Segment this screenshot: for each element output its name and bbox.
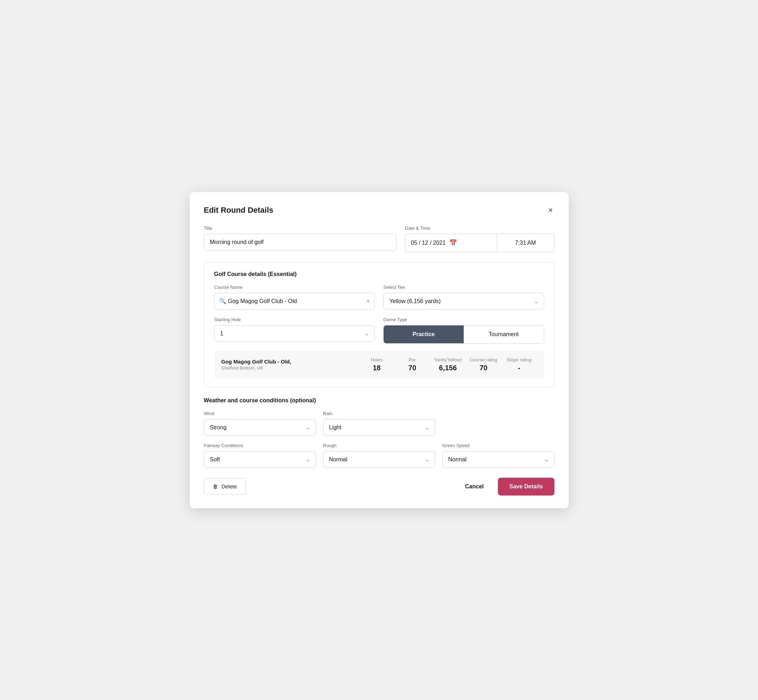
course-info-row: Gog Magog Golf Club - Old, Shelford Bott… (214, 351, 544, 378)
course-name-input-wrap: 🔍 × (214, 293, 375, 310)
hole-gametype-row: Starting Hole 1 2 10 ⌄ Game Type Practic… (214, 317, 544, 344)
datetime-field-group: Date & Time 05 / 12 / 2021 📅 7:31 AM (405, 225, 554, 252)
course-rating-label: Course rating (469, 357, 497, 362)
practice-button[interactable]: Practice (384, 325, 464, 343)
top-row: Title Date & Time 05 / 12 / 2021 📅 7:31 … (204, 225, 554, 252)
game-type-toggle: Practice Tournament (383, 325, 544, 344)
fairway-label: Fairway Conditions (204, 443, 316, 448)
yards-stat: Yards(Yellow) 6,156 (430, 357, 466, 372)
golf-section-title: Golf Course details (Essential) (214, 271, 544, 277)
holes-label: Holes (371, 357, 382, 362)
fairway-field-group: Fairway Conditions Firm Normal Soft Wet … (204, 443, 316, 468)
par-stat: Par 70 (395, 357, 430, 372)
course-rating-stat: Course rating 70 (466, 357, 501, 372)
wind-label: Wind (204, 411, 316, 416)
slope-rating-value: - (518, 364, 520, 372)
time-value: 7:31 AM (515, 240, 536, 246)
footer-row: 🗑 Delete Cancel Save Details (204, 475, 554, 495)
rough-wrap: Short Normal Long Thick ⌄ (323, 451, 435, 468)
title-field-group: Title (204, 225, 396, 252)
course-name-label: Course Name (214, 284, 375, 290)
yards-value: 6,156 (439, 364, 457, 372)
starting-hole-wrap: 1 2 10 ⌄ (214, 325, 375, 342)
wind-rain-row: Wind Calm Light Moderate Strong Very Str… (204, 411, 554, 436)
golf-course-section: Golf Course details (Essential) Course N… (204, 262, 554, 388)
edit-round-modal: Edit Round Details × Title Date & Time 0… (190, 192, 568, 508)
wind-field-group: Wind Calm Light Moderate Strong Very Str… (204, 411, 316, 436)
green-speed-dropdown[interactable]: Slow Normal Fast Very Fast (442, 451, 554, 468)
delete-label: Delete (222, 483, 237, 489)
par-label: Par (409, 357, 416, 362)
holes-value: 18 (373, 364, 381, 372)
trash-icon: 🗑 (213, 483, 218, 489)
fairway-dropdown[interactable]: Firm Normal Soft Wet (204, 451, 316, 468)
search-icon: 🔍 (219, 298, 226, 305)
starting-hole-field-group: Starting Hole 1 2 10 ⌄ (214, 317, 375, 344)
clear-icon[interactable]: × (366, 298, 370, 305)
calendar-icon: 📅 (449, 239, 457, 247)
datetime-label: Date & Time (405, 225, 554, 231)
course-name-display: Gog Magog Golf Club - Old, (221, 359, 359, 364)
game-type-field-group: Game Type Practice Tournament (383, 317, 544, 344)
course-info-name: Gog Magog Golf Club - Old, Shelford Bott… (221, 359, 359, 370)
datetime-row: 05 / 12 / 2021 📅 7:31 AM (405, 234, 554, 252)
rain-wrap: None Light Moderate Heavy ⌄ (323, 419, 435, 436)
game-type-label: Game Type (383, 317, 544, 322)
starting-hole-dropdown[interactable]: 1 2 10 (214, 325, 375, 342)
modal-title: Edit Round Details (204, 206, 274, 215)
course-tee-row: Course Name 🔍 × Select Tee Yellow (6,156… (214, 284, 544, 310)
save-button[interactable]: Save Details (498, 478, 554, 495)
fairway-wrap: Firm Normal Soft Wet ⌄ (204, 451, 316, 468)
par-value: 70 (408, 364, 416, 372)
close-button[interactable]: × (547, 205, 554, 216)
date-input[interactable]: 05 / 12 / 2021 📅 (405, 234, 497, 252)
weather-section-title: Weather and course conditions (optional) (204, 397, 554, 404)
footer-right: Cancel Save Details (458, 478, 554, 495)
time-input[interactable]: 7:31 AM (497, 234, 554, 252)
green-speed-field-group: Green Speed Slow Normal Fast Very Fast ⌄ (442, 443, 554, 468)
course-location: Shelford Bottom, UK (221, 365, 359, 370)
course-rating-value: 70 (479, 364, 487, 372)
slope-rating-label: Slope rating (507, 357, 531, 362)
tournament-button[interactable]: Tournament (464, 325, 544, 343)
select-tee-field-group: Select Tee Yellow (6,156 yards) ⌄ (383, 284, 544, 310)
spacer (442, 411, 554, 436)
green-speed-label: Green Speed (442, 443, 554, 448)
rain-dropdown[interactable]: None Light Moderate Heavy (323, 419, 435, 436)
weather-section: Weather and course conditions (optional)… (204, 397, 554, 468)
rough-label: Rough (323, 443, 435, 448)
title-input[interactable] (204, 234, 396, 251)
green-speed-wrap: Slow Normal Fast Very Fast ⌄ (442, 451, 554, 468)
select-tee-label: Select Tee (383, 284, 544, 290)
title-label: Title (204, 225, 396, 231)
wind-dropdown[interactable]: Calm Light Moderate Strong Very Strong (204, 419, 316, 436)
select-tee-wrap: Yellow (6,156 yards) ⌄ (383, 293, 544, 309)
modal-header: Edit Round Details × (204, 205, 554, 216)
rain-label: Rain (323, 411, 435, 416)
date-value: 05 / 12 / 2021 (411, 240, 446, 246)
delete-button[interactable]: 🗑 Delete (204, 478, 246, 495)
holes-stat: Holes 18 (359, 357, 395, 372)
rough-field-group: Rough Short Normal Long Thick ⌄ (323, 443, 435, 468)
course-name-input[interactable] (214, 293, 375, 310)
rain-field-group: Rain None Light Moderate Heavy ⌄ (323, 411, 435, 436)
starting-hole-label: Starting Hole (214, 317, 375, 322)
yards-label: Yards(Yellow) (434, 357, 462, 362)
course-name-field-group: Course Name 🔍 × (214, 284, 375, 310)
cancel-button[interactable]: Cancel (458, 478, 491, 495)
rough-dropdown[interactable]: Short Normal Long Thick (323, 451, 435, 468)
conditions-three-row: Fairway Conditions Firm Normal Soft Wet … (204, 443, 554, 468)
wind-wrap: Calm Light Moderate Strong Very Strong ⌄ (204, 419, 316, 436)
select-tee-dropdown[interactable]: Yellow (6,156 yards) (383, 293, 544, 309)
slope-rating-stat: Slope rating - (501, 357, 537, 372)
